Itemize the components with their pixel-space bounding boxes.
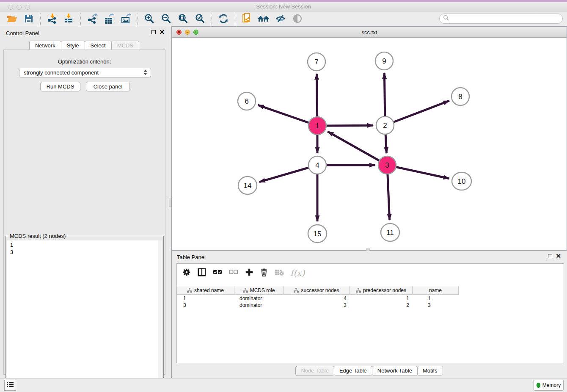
add-icon[interactable] bbox=[245, 268, 254, 279]
select-all-icon[interactable] bbox=[212, 268, 223, 278]
node-8[interactable]: 8 bbox=[451, 88, 469, 105]
node-15[interactable]: 15 bbox=[308, 225, 327, 243]
toolbar-separator bbox=[235, 13, 235, 25]
tree-column-icon bbox=[187, 288, 192, 293]
gear-icon[interactable] bbox=[182, 268, 191, 279]
column-header-label: MCDS role bbox=[250, 287, 275, 293]
tab-motifs[interactable]: Motifs bbox=[417, 366, 443, 376]
edge-3-10[interactable] bbox=[387, 165, 449, 179]
hide-details-icon[interactable] bbox=[274, 12, 287, 25]
table-panel-title: Table Panel bbox=[177, 254, 206, 260]
criterion-select-value: strongly connected component bbox=[24, 69, 99, 76]
function-icon: f(x) bbox=[290, 268, 305, 278]
table-cell[interactable]: 1 bbox=[413, 295, 459, 301]
table-cell[interactable]: dominator bbox=[234, 295, 284, 301]
deselect-all-icon[interactable] bbox=[228, 268, 239, 278]
delete-table-icon bbox=[274, 268, 284, 278]
close-panel-button[interactable]: Close panel bbox=[86, 82, 130, 91]
run-mcds-button[interactable]: Run MCDS bbox=[40, 82, 80, 91]
app-titlebar: Session: New Session bbox=[0, 0, 567, 11]
import-network-icon[interactable] bbox=[46, 12, 58, 25]
table-panel: Table Panel ✕ bbox=[172, 251, 567, 378]
node-14[interactable]: 14 bbox=[238, 177, 257, 194]
result-scrollbar[interactable] bbox=[158, 240, 162, 392]
vertical-splitter[interactable] bbox=[169, 26, 172, 378]
edge-2-8[interactable] bbox=[385, 101, 449, 125]
table-cell[interactable]: 3 bbox=[413, 302, 459, 308]
eye-disabled-icon bbox=[291, 12, 304, 25]
network-graph[interactable]: 1234678910111415 bbox=[172, 38, 567, 250]
criterion-select[interactable]: strongly connected component bbox=[19, 68, 151, 77]
column-header-successor-nodes[interactable]: successor nodes bbox=[284, 286, 350, 294]
import-table-icon[interactable] bbox=[63, 12, 75, 25]
edge-1-6[interactable] bbox=[258, 105, 318, 126]
node-4[interactable]: 4 bbox=[308, 156, 326, 174]
column-header-shared-name[interactable]: shared name bbox=[177, 286, 234, 294]
mcds-result-group: MCDS result (2 nodes) 1 3 bbox=[6, 233, 164, 392]
tab-edge-table[interactable]: Edge Table bbox=[334, 366, 372, 376]
node-10[interactable]: 10 bbox=[452, 172, 471, 190]
table-cell[interactable]: 1 bbox=[177, 295, 234, 301]
refresh-icon[interactable] bbox=[217, 12, 230, 25]
column-header-name[interactable]: name bbox=[413, 286, 459, 294]
memory-button[interactable]: Memory bbox=[534, 380, 564, 391]
table-row[interactable]: 1dominator411 bbox=[177, 295, 564, 302]
node-3[interactable]: 3 bbox=[378, 156, 396, 174]
mcds-tab-content: Optimization criterion: strongly connect… bbox=[3, 50, 165, 375]
zoom-out-icon[interactable] bbox=[160, 12, 173, 25]
node-label-11: 11 bbox=[386, 229, 394, 237]
zoom-fit-icon[interactable] bbox=[177, 12, 190, 25]
network-from-file-icon[interactable] bbox=[240, 12, 253, 25]
select-stepper-icon bbox=[143, 69, 147, 75]
save-session-icon[interactable] bbox=[22, 12, 35, 25]
tab-network-table[interactable]: Network Table bbox=[372, 366, 418, 376]
table-cell[interactable]: 1 bbox=[350, 295, 413, 301]
table-header-row: shared nameMCDS rolesuccessor nodesprede… bbox=[177, 286, 459, 295]
node-2[interactable]: 2 bbox=[376, 116, 394, 134]
float-table-panel-icon[interactable] bbox=[548, 254, 552, 258]
node-1[interactable]: 1 bbox=[308, 117, 326, 135]
node-6[interactable]: 6 bbox=[238, 92, 256, 110]
table-cell[interactable]: 4 bbox=[284, 295, 350, 301]
table-cell[interactable]: dominator bbox=[234, 302, 284, 308]
delete-icon[interactable] bbox=[260, 268, 268, 279]
export-image-icon[interactable] bbox=[120, 12, 132, 25]
table-row[interactable]: 3dominator323 bbox=[177, 302, 564, 309]
task-list-button[interactable] bbox=[4, 380, 16, 391]
zoom-selected-icon[interactable] bbox=[194, 12, 206, 25]
control-panel-title: Control Panel bbox=[6, 30, 39, 36]
close-table-panel-icon[interactable]: ✕ bbox=[556, 254, 561, 258]
zoom-in-icon[interactable] bbox=[143, 12, 156, 25]
node-label-14: 14 bbox=[244, 182, 252, 190]
tab-node-table[interactable]: Node Table bbox=[295, 366, 334, 376]
table-cell[interactable]: 3 bbox=[177, 302, 234, 308]
column-header-label: name bbox=[429, 287, 442, 293]
network-window-titlebar[interactable]: ✕ − + scc.txt bbox=[172, 27, 567, 38]
table-cell[interactable]: 3 bbox=[284, 302, 350, 308]
open-session-icon[interactable] bbox=[6, 12, 18, 25]
node-label-8: 8 bbox=[458, 93, 462, 101]
splitter-handle[interactable] bbox=[169, 198, 171, 207]
node-label-4: 4 bbox=[315, 161, 319, 169]
accent-strip bbox=[0, 0, 567, 2]
horizontal-splitter-handle[interactable] bbox=[366, 248, 370, 251]
node-9[interactable]: 9 bbox=[375, 52, 393, 70]
home-icon[interactable] bbox=[257, 12, 270, 25]
float-panel-icon[interactable] bbox=[151, 30, 156, 34]
column-header-MCDS-role[interactable]: MCDS role bbox=[234, 286, 284, 294]
split-panel-icon[interactable] bbox=[197, 268, 206, 279]
network-window: ✕ − + scc.txt 1234678910111415 bbox=[172, 26, 567, 251]
column-header-predecessor-nodes[interactable]: predecessor nodes bbox=[350, 286, 413, 294]
node-11[interactable]: 11 bbox=[381, 224, 399, 241]
column-header-label: shared name bbox=[194, 287, 224, 293]
export-table-icon[interactable] bbox=[103, 12, 116, 25]
node-7[interactable]: 7 bbox=[308, 53, 325, 71]
close-panel-icon[interactable]: ✕ bbox=[159, 30, 165, 34]
mcds-result-list[interactable]: 1 3 bbox=[7, 240, 162, 392]
table-cell[interactable]: 2 bbox=[350, 302, 413, 308]
export-network-icon[interactable] bbox=[86, 12, 99, 25]
search-input[interactable] bbox=[439, 14, 563, 24]
edge-3-1[interactable] bbox=[328, 132, 387, 165]
node-label-6: 6 bbox=[245, 97, 248, 105]
app-title: Session: New Session bbox=[0, 3, 567, 10]
